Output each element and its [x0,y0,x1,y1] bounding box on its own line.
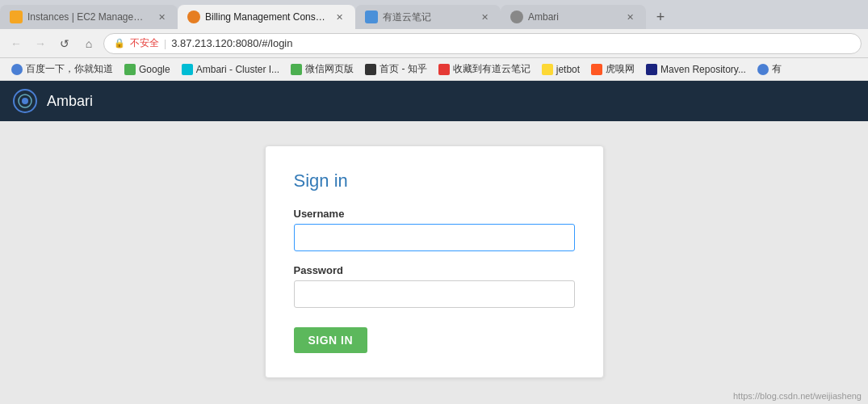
sign-in-button[interactable]: SIGN IN [294,327,368,353]
tab-2-favicon [187,11,200,23]
home-button[interactable]: ⌂ [79,34,99,53]
bookmark-maven-label: Maven Repository... [660,64,746,75]
bookmark-youdao2-favicon [757,64,769,75]
bookmark-maven[interactable]: Maven Repository... [641,62,751,77]
ambari-header: Ambari [0,81,868,121]
bookmark-zhihu-label: 首页 - 知乎 [379,62,427,76]
address-input[interactable]: 🔒 不安全 | 3.87.213.120:8080/#/login [103,33,862,54]
bookmark-google-label: Google [139,64,170,75]
bookmark-huxiu-favicon [591,64,602,75]
tab-3[interactable]: 有道云笔记 ✕ [355,5,501,29]
username-group: Username [294,208,575,251]
tab-4-label: Ambari [528,11,619,23]
bookmark-google[interactable]: Google [120,62,175,77]
ambari-title-text: Ambari [47,93,93,110]
back-button[interactable]: ← [6,34,26,53]
bookmark-youdao[interactable]: 收藏到有道云笔记 [434,61,535,78]
bookmark-wechat-favicon [291,64,302,75]
tab-3-favicon [365,11,378,23]
bookmark-jetbot-favicon [542,64,553,75]
bookmark-ambari-label: Ambari - Cluster I... [196,64,279,75]
tab-3-close[interactable]: ✕ [478,11,491,23]
bookmark-wechat[interactable]: 微信网页版 [286,61,359,78]
tab-2-label: Billing Management Console [205,11,328,23]
url-text: 3.87.213.120:8080/#/login [171,37,292,49]
password-input[interactable] [294,280,575,308]
new-tab-button[interactable]: + [649,6,672,28]
bookmark-jetbot[interactable]: jetbot [537,62,585,77]
bookmark-ambari[interactable]: Ambari - Cluster I... [177,62,284,77]
svg-point-1 [22,98,28,104]
browser-chrome: Instances | EC2 Management C... ✕ Billin… [0,0,868,81]
password-group: Password [294,264,575,308]
tab-4[interactable]: Ambari ✕ [501,5,646,29]
bookmark-google-favicon [124,64,136,75]
bookmark-zhihu-favicon [365,64,376,75]
tab-4-close[interactable]: ✕ [623,11,636,23]
address-bar: ← → ↺ ⌂ 🔒 不安全 | 3.87.213.120:8080/#/logi… [0,29,868,58]
bookmarks-bar: 百度一下，你就知道 Google Ambari - Cluster I... 微… [0,58,868,81]
bookmark-baidu[interactable]: 百度一下，你就知道 [6,61,118,78]
lock-icon: 🔒 [114,38,125,48]
bookmark-maven-favicon [646,64,657,75]
tab-2[interactable]: Billing Management Console ✕ [178,5,355,29]
login-card: Sign in Username Password SIGN IN [265,145,604,378]
tab-4-favicon [510,11,523,23]
bookmark-youdao2[interactable]: 有 [753,61,786,78]
ambari-logo [13,89,37,113]
bookmark-huxiu-label: 虎嗅网 [606,62,635,76]
tab-1-label: Instances | EC2 Management C... [27,11,150,23]
tab-3-label: 有道云笔记 [383,11,473,24]
ambari-logo-icon [18,94,32,108]
forward-button[interactable]: → [31,34,50,53]
bookmark-zhihu[interactable]: 首页 - 知乎 [360,61,432,78]
refresh-button[interactable]: ↺ [55,34,74,53]
password-label: Password [294,264,575,276]
tab-1[interactable]: Instances | EC2 Management C... ✕ [0,5,178,29]
bookmark-jetbot-label: jetbot [556,64,580,75]
bookmark-youdao2-label: 有 [772,62,782,76]
watermark: https://blog.csdn.net/weijiasheng [733,391,862,401]
bookmark-youdao-label: 收藏到有道云笔记 [453,62,530,76]
security-text: 不安全 [130,36,159,50]
username-input[interactable] [294,224,575,251]
bookmark-ambari-favicon [182,64,193,75]
bookmark-baidu-label: 百度一下，你就知道 [26,62,113,76]
page-content: Ambari Sign in Username Password SIGN IN… [0,81,868,404]
tab-1-favicon [10,11,23,23]
username-label: Username [294,208,575,220]
sign-in-title: Sign in [294,170,575,191]
tab-2-close[interactable]: ✕ [333,11,346,23]
tab-1-close[interactable]: ✕ [155,11,168,23]
bookmark-baidu-favicon [11,64,23,75]
bookmark-youdao-favicon [438,64,450,75]
tab-bar: Instances | EC2 Management C... ✕ Billin… [0,0,868,29]
bookmark-huxiu[interactable]: 虎嗅网 [586,61,639,78]
bookmark-wechat-label: 微信网页版 [305,62,354,76]
